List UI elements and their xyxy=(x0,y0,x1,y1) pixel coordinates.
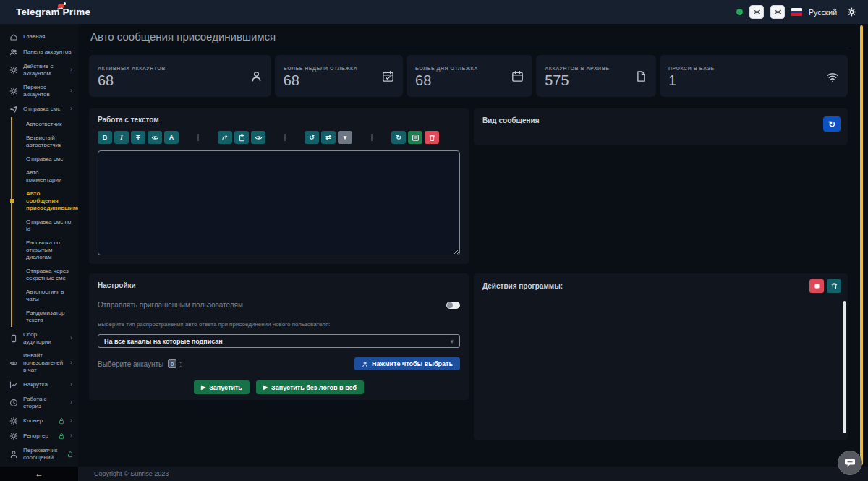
sidebar-item-label: Клонер xyxy=(23,417,53,425)
stat-value: 575 xyxy=(545,73,629,88)
submenu-item-open-dialogs-broadcast[interactable]: Рассылка по открытым диалогам xyxy=(12,236,78,264)
language-selector[interactable]: Русский xyxy=(809,8,837,17)
message-view-panel: Вид сообщения ↻ xyxy=(474,108,848,145)
submenu-item-sms-send[interactable]: Отправка смс xyxy=(12,152,78,166)
history-undo-button[interactable]: ↺ xyxy=(305,131,319,144)
paste-button[interactable] xyxy=(234,131,249,144)
gear-icon xyxy=(9,87,18,95)
submenu-item-text-randomizer[interactable]: Рандомизатор текста xyxy=(12,306,78,327)
redo-arrow-button[interactable] xyxy=(218,131,232,144)
submenu-label: Отправка через секретные смс xyxy=(26,268,69,281)
stat-card-active-accounts: АКТИВНЫХ АККАУНТОВ 68 xyxy=(89,55,271,97)
chevron-right-icon: › xyxy=(70,88,74,94)
sidebar-collapse-button[interactable]: ← xyxy=(0,467,78,481)
brand-logo[interactable]: Telegram Prime xyxy=(16,7,90,17)
sidebar-item-audience-collection[interactable]: Сбор аудитории › xyxy=(0,328,78,349)
sidebar-item-label: Перехватчик сообщений xyxy=(23,447,61,461)
submenu-item-branched-autoresponder[interactable]: Ветвистый автоответчик xyxy=(12,131,78,152)
sidebar-item-invite-users[interactable]: Инвайт пользователей в чат › xyxy=(0,349,78,377)
chevron-right-icon: › xyxy=(70,359,74,366)
choose-accounts-button[interactable]: Нажмите чтобы выбрать xyxy=(354,357,460,370)
sidebar-item-message-interceptor[interactable]: Перехватчик сообщений xyxy=(0,443,78,464)
snow-effect-button[interactable] xyxy=(749,5,764,19)
submenu-item-autoresponder[interactable]: Автоответчик xyxy=(12,117,78,131)
gear-icon xyxy=(9,66,18,75)
submenu-item-sms-by-id[interactable]: Отправка смс по id xyxy=(12,215,78,236)
sidebar-item-label: Действие с аккаунтом xyxy=(23,63,65,77)
message-text-input[interactable] xyxy=(98,150,460,255)
gear-icon xyxy=(9,432,18,440)
support-chat-button[interactable] xyxy=(838,451,862,475)
refresh-view-button[interactable]: ↻ xyxy=(823,116,841,132)
sidebar-item-stories[interactable]: Работа с сториз › xyxy=(0,392,78,413)
submenu-label: Автопостинг в чаты xyxy=(26,289,64,302)
sidebar-item-label: Перенос аккаунтов xyxy=(23,84,65,98)
chevron-right-icon: › xyxy=(70,67,74,73)
bold-button[interactable]: B xyxy=(98,131,112,144)
log-scrollbar[interactable] xyxy=(843,301,846,433)
run-web-button-label: Запустить без логов в веб xyxy=(271,384,357,391)
preview-eye-button[interactable] xyxy=(251,131,265,144)
chevron-right-icon: › xyxy=(70,399,74,406)
footer-bar: Copyright © Sunrise 2023 xyxy=(78,467,868,481)
sidebar-item-home[interactable]: Главная xyxy=(0,29,78,44)
run-without-logs-button[interactable]: ▶ Запустить без логов в веб xyxy=(256,380,364,394)
lock-open-icon xyxy=(58,417,65,425)
text-work-panel: Работа с текстом B I T A ↺ ⇄ ▾ ↻ xyxy=(89,108,469,264)
page-scrollbar[interactable] xyxy=(860,25,863,465)
toolbar-separator xyxy=(371,134,373,141)
back-arrow-icon: ← xyxy=(35,469,43,478)
submenu-label: Отправка смс xyxy=(26,156,63,162)
snowflake-icon xyxy=(753,8,761,16)
toolbar-separator xyxy=(197,134,199,141)
toggle-label: Отправлять приглашенным пользователям xyxy=(98,301,243,309)
sidebar-item-cloner[interactable]: Клонер › xyxy=(0,413,78,428)
italic-button[interactable]: I xyxy=(114,131,129,144)
run-button[interactable]: ▶ Запустить xyxy=(194,380,250,394)
refresh-text-button[interactable]: ↻ xyxy=(391,131,406,144)
submenu-label: Отправка смс по id xyxy=(26,218,71,232)
play-icon: ▶ xyxy=(263,385,268,391)
delete-text-button[interactable] xyxy=(425,131,439,144)
submenu-label: Ветвистый автоответчик xyxy=(26,135,61,148)
clear-log-button[interactable] xyxy=(827,279,841,293)
stop-button[interactable] xyxy=(809,279,824,293)
settings-gear-icon[interactable] xyxy=(847,7,856,17)
eye-icon xyxy=(255,134,263,142)
sidebar-item-label: Панель аккаунтов xyxy=(23,48,74,56)
send-to-invited-toggle[interactable] xyxy=(446,302,460,309)
submenu-item-secret-sms[interactable]: Отправка через секретные смс xyxy=(12,264,78,285)
sidebar-item-account-transfer[interactable]: Перенос аккаунтов › xyxy=(0,80,78,101)
sidebar-item-sms-sending[interactable]: Отправка смс › xyxy=(0,101,78,116)
sms-submenu: Автоответчик Ветвистый автоответчик Отпр… xyxy=(11,117,78,327)
strikethrough-button[interactable]: T xyxy=(131,131,145,144)
sidebar-item-boosting[interactable]: Накрутка › xyxy=(0,377,78,392)
submenu-label: Рандомизатор текста xyxy=(26,310,64,323)
chevron-down-icon: ▾ xyxy=(450,338,454,345)
font-button[interactable]: A xyxy=(164,131,179,144)
submenu-item-auto-comments[interactable]: Авто комментарии xyxy=(12,166,78,187)
more-dropdown-button[interactable]: ▾ xyxy=(338,131,352,144)
submenu-item-auto-messages-joined[interactable]: Авто сообщения присоединившимся xyxy=(12,187,78,215)
panel-title: Работа с текстом xyxy=(98,116,460,124)
brand-text: Telegram Prime xyxy=(16,7,90,17)
choose-button-label: Нажмите чтобы выбрать xyxy=(372,360,453,367)
save-button[interactable] xyxy=(408,131,422,144)
submenu-item-autoposting[interactable]: Автопостинг в чаты xyxy=(12,285,78,306)
person-icon xyxy=(362,361,368,367)
stat-label: АККАУНТОВ В АРХИВЕ xyxy=(545,66,629,71)
sidebar-item-label: Накрутка xyxy=(23,381,65,388)
accounts-label: Выберите аккаунты xyxy=(98,360,163,368)
snowflake-toggle-button[interactable] xyxy=(770,5,785,19)
settings-panel: Настройки Отправлять приглашенным пользо… xyxy=(89,273,469,400)
stat-label: АКТИВНЫХ АККАУНТОВ xyxy=(98,66,244,71)
distribution-type-select[interactable]: На все каналы на которые подписан ▾ xyxy=(98,334,460,348)
spoiler-eye-button[interactable] xyxy=(148,131,162,144)
eye-icon xyxy=(151,134,159,142)
sidebar-item-reporter[interactable]: Репортер › xyxy=(0,428,78,443)
stat-value: 68 xyxy=(284,73,376,88)
sidebar-item-account-action[interactable]: Действие с аккаунтом › xyxy=(0,59,78,80)
sidebar-item-accounts-panel[interactable]: Панель аккаунтов xyxy=(0,44,78,59)
panel-title: Действия программы: xyxy=(482,282,839,290)
shuffle-button[interactable]: ⇄ xyxy=(321,131,336,144)
